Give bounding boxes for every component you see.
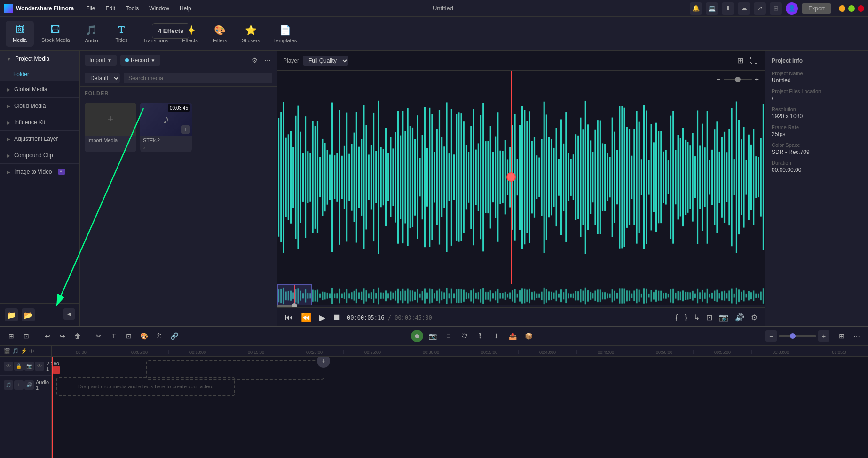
scene-detect-icon[interactable]: ⊞ [5,329,18,343]
menu-edit[interactable]: Edit [101,3,120,14]
progress-thumb[interactable] [292,303,297,307]
tl-download-btn[interactable]: ⬇ [490,329,503,343]
settings-icon[interactable]: ⚙ [750,312,759,323]
menu-window[interactable]: Window [144,3,174,14]
text-icon[interactable]: T [107,329,120,343]
media-item-audio[interactable]: ♪ 00:03:45 + STEk.2 ♪ [140,103,192,152]
speed-icon[interactable]: ⏱ [152,329,166,343]
crop-timeline-icon[interactable]: ⊡ [122,329,135,343]
zoom-out-icon[interactable]: − [716,75,720,84]
tool-audio[interactable]: 🎵 Audio [78,21,106,47]
out-point-icon[interactable]: } [683,312,688,323]
menu-help[interactable]: Help [175,3,196,14]
apps-icon[interactable]: ⊞ [770,2,782,15]
sidebar-item-image-to-video[interactable]: ▶ Image to Video AI [0,164,79,180]
link-icon[interactable]: 🔗 [167,329,181,343]
tl-shield-btn[interactable]: 🛡 [458,329,471,343]
share-icon[interactable]: ↗ [754,2,766,15]
audio1-music-icon[interactable]: 🎵 [4,380,13,390]
tool-stickers[interactable]: ⭐ Stickers [236,21,266,47]
close-button[interactable] [858,5,864,12]
step-back-icon[interactable]: ⏪ [299,311,313,325]
more-timeline-btn[interactable]: ⋯ [850,329,863,343]
cut-icon[interactable]: ✂ [92,329,105,343]
sidebar-item-influence-kit[interactable]: ▶ Influence Kit [0,114,79,131]
tool-templates[interactable]: 📄 Templates [268,21,302,47]
user-avatar[interactable]: 👤 [786,2,798,15]
notification-icon[interactable]: 🔔 [690,2,702,15]
record-button[interactable]: Record ▼ [120,55,160,66]
tool-media[interactable]: 🖼 Media [6,21,34,47]
timeline-zoom-slider[interactable] [779,335,816,337]
tool-titles[interactable]: T Titles [108,21,136,47]
redo-button[interactable]: ↪ [56,329,69,343]
search-input[interactable] [124,73,272,83]
crop-icon[interactable]: ⊡ [705,312,714,323]
video1-eye-icon[interactable]: 👁 [4,362,13,371]
zoom-in-icon[interactable]: + [755,75,759,84]
stop-button[interactable]: ⏹ [331,311,343,324]
tl-mic-btn[interactable]: 🎙 [474,329,487,343]
add-to-timeline-icon[interactable]: + [181,125,190,134]
audio1-track-row[interactable]: Drag and drop media and effects here to … [52,383,868,410]
export-button[interactable]: Export [802,3,831,14]
fullscreen-icon[interactable]: ⛶ [749,55,759,66]
video1-camera-icon[interactable]: 📷 [24,362,34,371]
sidebar-item-adjustment-layer[interactable]: ▶ Adjustment Layer [0,131,79,147]
undo-button[interactable]: ↩ [41,329,54,343]
view-select[interactable]: Default [85,73,120,83]
tl-extract-btn[interactable]: 📤 [506,329,519,343]
tool-filters[interactable]: 🎨 Filters [206,21,234,47]
in-point-icon[interactable]: { [674,312,679,323]
zoom-slider[interactable] [724,79,752,80]
eye-icon[interactable]: 👁 [29,348,34,354]
zoom-in-timeline-icon[interactable]: + [818,330,829,342]
cloud-icon[interactable]: ☁ [738,2,750,15]
sidebar-item-compound-clip[interactable]: ▶ Compound Clip [0,147,79,164]
sidebar-item-folder[interactable]: Folder [0,67,79,81]
more-options-icon[interactable]: ⋯ [263,55,272,65]
audio1-add-icon[interactable]: + [14,380,24,390]
media-item-import[interactable]: + Import Media [85,103,136,152]
video1-lock-icon[interactable]: 🔒 [14,362,24,371]
tl-camera-btn[interactable]: 📷 [426,329,439,343]
add-audio-track-icon[interactable]: 🎵 [12,348,19,354]
insert-icon[interactable]: ↳ [692,312,701,323]
playhead-marker[interactable] [506,172,516,182]
effect-track-icon[interactable]: ⚡ [21,348,27,354]
collapse-panel-button[interactable]: ◀ [63,308,75,320]
play-button[interactable]: ▶ [317,311,327,325]
filter-icon[interactable]: ⚙ [250,55,259,65]
audio1-volume-icon[interactable]: 🔊 [24,380,34,390]
minimize-button[interactable] [839,5,845,12]
tl-compress-btn[interactable]: 📦 [522,329,535,343]
snapshot-icon[interactable]: 📷 [718,312,730,323]
tool-transitions[interactable]: ⇄ Transitions [138,21,174,47]
quality-select[interactable]: Full Quality [303,56,348,66]
layout-btn[interactable]: ⊞ [835,329,848,343]
new-folder-icon[interactable]: 📁 [5,308,18,321]
sidebar-item-global-media[interactable]: ▶ Global Media [0,81,79,98]
maximize-button[interactable] [848,5,855,12]
smart-folder-icon[interactable]: 📂 [22,308,35,321]
import-button[interactable]: Import ▼ [85,55,117,66]
sidebar-item-cloud-media[interactable]: ▶ Cloud Media [0,98,79,114]
tl-record-btn[interactable]: ⏺ [411,330,423,342]
menu-tools[interactable]: Tools [121,3,143,14]
grid-view-icon[interactable]: ⊞ [736,55,745,66]
tool-stock-media[interactable]: 🎞 Stock Media [36,21,76,47]
color-icon[interactable]: 🎨 [137,329,150,343]
tl-screen-btn[interactable]: 🖥 [442,329,455,343]
download-icon[interactable]: ⬇ [722,2,734,15]
tool-effects[interactable]: ✨ Effects [176,21,204,47]
volume-icon[interactable]: 🔊 [734,312,746,323]
go-to-start-icon[interactable]: ⏮ [283,311,295,324]
add-video-track-icon[interactable]: 🎬 [4,348,10,354]
delete-button[interactable]: 🗑 [71,329,84,343]
auto-montage-icon[interactable]: ⊡ [20,329,33,343]
video1-eye2-icon[interactable]: 👁 [35,362,44,371]
sidebar-item-project-media[interactable]: ▼ Project Media [0,51,79,67]
menu-file[interactable]: File [81,3,100,14]
devices-icon[interactable]: 💻 [706,2,718,15]
zoom-out-timeline-icon[interactable]: − [765,330,777,342]
